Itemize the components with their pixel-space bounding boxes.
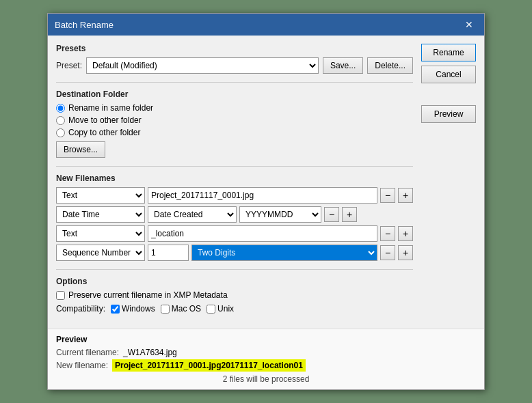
radio-copy-other-label: Copy to other folder (68, 128, 140, 137)
row4-format-select[interactable]: One Digit Two Digits Three Digits Four D… (191, 245, 377, 261)
batch-rename-dialog: Batch Rename ✕ Presets Preset: Default (… (47, 13, 485, 390)
preset-label: Preset: (56, 61, 82, 70)
row2-plus-button[interactable]: + (342, 207, 357, 222)
preview-title: Preview (56, 335, 476, 344)
current-filename-row: Current filename: _W1A7634.jpg (56, 348, 476, 357)
filename-row-4: Text Date Time Sequence Number One Digit… (56, 245, 413, 261)
close-button[interactable]: ✕ (461, 18, 477, 31)
preserve-xmp-checkbox[interactable] (56, 291, 65, 300)
radio-move-other-label: Move to other folder (68, 115, 142, 125)
separator-3 (56, 269, 413, 270)
filename-row-1: Text Date Time Sequence Number − + (56, 187, 413, 204)
preserve-xmp-row: Preserve current filename in XMP Metadat… (56, 290, 413, 300)
files-count: 2 files will be processed (56, 374, 476, 384)
row1-plus-button[interactable]: + (398, 188, 413, 203)
row4-type-select[interactable]: Text Date Time Sequence Number (56, 245, 145, 261)
destination-section: Destination Folder Rename in same folder… (56, 89, 413, 158)
new-filename-value: Project_20171117_0001.jpg20171117_locati… (112, 359, 306, 372)
compat-unix[interactable]: Unix (207, 304, 234, 314)
cancel-button[interactable]: Cancel (421, 66, 476, 83)
row1-minus-button[interactable]: − (380, 188, 395, 203)
separator-1 (56, 82, 413, 83)
compat-row: Compatibility: Windows Mac OS Unix (56, 304, 413, 314)
new-filename-label: New filename: (56, 361, 108, 370)
preview-button[interactable]: Preview (421, 105, 476, 123)
save-button[interactable]: Save... (323, 57, 363, 74)
options-title: Options (56, 277, 413, 286)
dialog-body: Presets Preset: Default (Modified) Save.… (48, 36, 484, 329)
row2-value-select[interactable]: Date Created Date Modified Date Taken (148, 206, 237, 223)
compat-macos[interactable]: Mac OS (161, 304, 201, 314)
row4-plus-button[interactable]: + (398, 245, 413, 260)
options-section: Options Preserve current filename in XMP… (56, 277, 413, 314)
new-filenames-section: New Filenames Text Date Time Sequence Nu… (56, 173, 413, 261)
presets-title: Presets (56, 44, 413, 53)
row2-type-select[interactable]: Text Date Time Sequence Number (56, 206, 145, 223)
dialog-title: Batch Rename (55, 20, 114, 30)
browse-button[interactable]: Browse... (56, 141, 105, 158)
current-filename-value: _W1A7634.jpg (123, 348, 177, 357)
radio-move-other[interactable]: Move to other folder (56, 115, 413, 125)
preview-section: Preview Current filename: _W1A7634.jpg N… (48, 329, 484, 389)
current-filename-label: Current filename: (56, 348, 119, 357)
compat-windows-label: Windows (122, 304, 155, 314)
new-filenames-title: New Filenames (56, 173, 413, 183)
row4-minus-button[interactable]: − (380, 245, 395, 260)
compat-macos-label: Mac OS (172, 304, 201, 314)
new-filename-row: New filename: Project_20171117_0001.jpg2… (56, 359, 476, 372)
filename-row-2: Text Date Time Sequence Number Date Crea… (56, 206, 413, 223)
destination-radio-group: Rename in same folder Move to other fold… (56, 103, 413, 137)
right-panel: Rename Cancel Preview (421, 44, 476, 320)
row4-text-input[interactable] (148, 245, 189, 261)
row3-type-select[interactable]: Text Date Time Sequence Number (56, 225, 145, 242)
title-bar: Batch Rename ✕ (48, 14, 484, 36)
radio-rename-same-label: Rename in same folder (68, 103, 153, 113)
rename-button[interactable]: Rename (421, 44, 476, 61)
compat-unix-label: Unix (217, 304, 234, 314)
preset-select[interactable]: Default (Modified) (86, 57, 319, 74)
presets-section: Presets Preset: Default (Modified) Save.… (56, 44, 413, 74)
preset-row: Preset: Default (Modified) Save... Delet… (56, 57, 413, 74)
separator-2 (56, 166, 413, 167)
radio-rename-same[interactable]: Rename in same folder (56, 103, 413, 113)
filename-rows: Text Date Time Sequence Number − + Text … (56, 187, 413, 261)
compat-label: Compatibility: (56, 304, 105, 314)
preserve-xmp-label[interactable]: Preserve current filename in XMP Metadat… (68, 290, 228, 300)
row3-minus-button[interactable]: − (380, 226, 395, 241)
filename-row-3: Text Date Time Sequence Number − + (56, 225, 413, 242)
row2-minus-button[interactable]: − (324, 207, 339, 222)
row2-format-select[interactable]: YYYYMMDD YYYY-MM-DD MMDDYYYY (239, 206, 321, 223)
destination-title: Destination Folder (56, 89, 413, 99)
compat-windows[interactable]: Windows (111, 304, 155, 314)
radio-copy-other[interactable]: Copy to other folder (56, 128, 413, 137)
delete-button[interactable]: Delete... (367, 57, 413, 74)
row1-text-input[interactable] (148, 187, 377, 204)
row3-text-input[interactable] (148, 225, 377, 242)
row1-type-select[interactable]: Text Date Time Sequence Number (56, 187, 145, 204)
row3-plus-button[interactable]: + (398, 226, 413, 241)
main-content: Presets Preset: Default (Modified) Save.… (56, 44, 413, 320)
